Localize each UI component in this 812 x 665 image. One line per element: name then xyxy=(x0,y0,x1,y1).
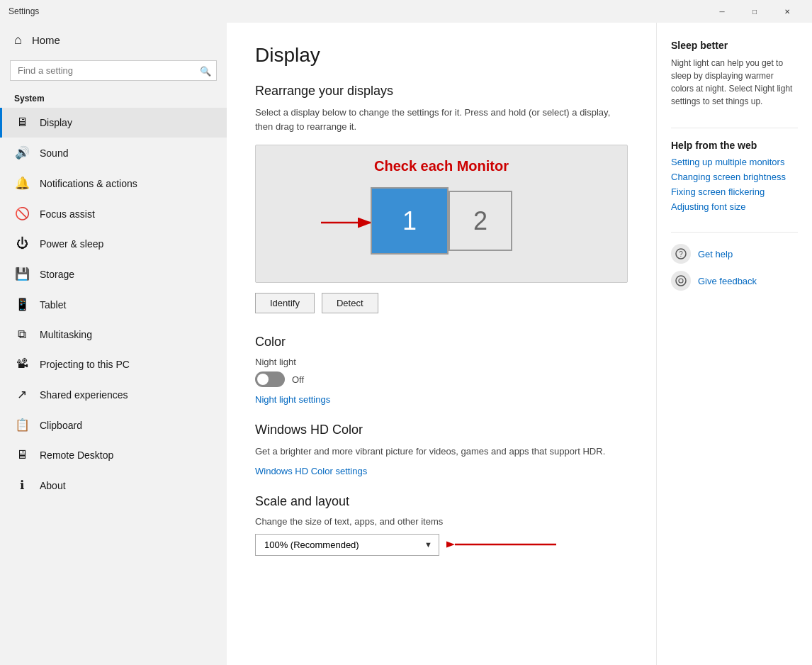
svg-point-6 xyxy=(676,276,686,286)
scale-dropdown-wrapper: 100% (Recommended) 125% 150% 175% ▼ xyxy=(255,534,439,556)
maximize-button[interactable]: □ xyxy=(738,0,771,23)
hd-color-settings-link[interactable]: Windows HD Color settings xyxy=(255,466,367,476)
sleep-better-section: Sleep better Night light can help you ge… xyxy=(671,40,798,108)
night-light-settings-link-container: Night light settings xyxy=(255,393,628,406)
scale-desc: Change the size of text, apps, and other… xyxy=(255,516,628,527)
titlebar: Settings ─ □ ✕ xyxy=(0,0,812,23)
monitor-1[interactable]: 1 xyxy=(371,187,449,255)
give-feedback-link[interactable]: Give feedback xyxy=(698,276,757,286)
multitasking-icon: ⧉ xyxy=(14,328,30,342)
tablet-icon: 📱 xyxy=(14,297,30,312)
sidebar-item-sound[interactable]: 🔊 Sound xyxy=(0,138,227,168)
color-title: Color xyxy=(255,335,628,350)
power-icon: ⏻ xyxy=(14,237,30,251)
page-title: Display xyxy=(255,44,628,67)
get-help-link[interactable]: Get help xyxy=(698,249,733,259)
sidebar-item-sound-label: Sound xyxy=(40,147,68,159)
night-light-settings-link[interactable]: Night light settings xyxy=(255,394,330,405)
sidebar-item-power[interactable]: ⏻ Power & sleep xyxy=(0,229,227,259)
notifications-icon: 🔔 xyxy=(14,176,30,191)
identify-button[interactable]: Identify xyxy=(255,293,315,313)
sidebar-item-clipboard[interactable]: 📋 Clipboard xyxy=(0,410,227,440)
rearrange-section: Rearrange your displays Select a display… xyxy=(255,84,628,313)
night-light-label: Night light xyxy=(255,357,296,367)
svg-point-7 xyxy=(679,279,683,283)
scale-dropdown-row: 100% (Recommended) 125% 150% 175% ▼ xyxy=(255,534,628,556)
night-light-row: Night light xyxy=(255,357,628,367)
sidebar-item-multitasking[interactable]: ⧉ Multitasking xyxy=(0,320,227,350)
hd-color-title: Windows HD Color xyxy=(255,423,628,437)
hd-color-desc: Get a brighter and more vibrant picture … xyxy=(255,445,628,459)
sidebar-item-projecting[interactable]: 📽 Projecting to this PC xyxy=(0,350,227,379)
get-help-icon: ? xyxy=(671,244,691,264)
arrow-to-monitor1 xyxy=(321,212,378,233)
sleep-title: Sleep better xyxy=(671,40,798,51)
sidebar-item-notifications[interactable]: 🔔 Notifications & actions xyxy=(0,168,227,199)
sidebar-item-home[interactable]: ⌂ Home xyxy=(0,23,227,57)
sound-icon: 🔊 xyxy=(14,145,30,160)
rearrange-desc: Select a display below to change the set… xyxy=(255,106,628,133)
monitor-2[interactable]: 2 xyxy=(449,191,512,251)
get-help-item[interactable]: ? Get help xyxy=(671,244,798,264)
rearrange-title: Rearrange your displays xyxy=(255,84,628,99)
app-container: ⌂ Home 🔍 System 🖥 Display 🔊 Sound 🔔 Noti… xyxy=(0,23,812,665)
detect-button[interactable]: Detect xyxy=(322,293,378,313)
sidebar-item-focus-label: Focus assist xyxy=(40,208,95,220)
close-button[interactable]: ✕ xyxy=(771,0,803,23)
sidebar-item-focus[interactable]: 🚫 Focus assist xyxy=(0,199,227,229)
help-title: Help from the web xyxy=(671,140,798,151)
storage-icon: 💾 xyxy=(14,267,30,281)
help-link-3[interactable]: Adjusting font size xyxy=(671,201,798,212)
sidebar-item-storage-label: Storage xyxy=(40,269,74,280)
sidebar-item-power-label: Power & sleep xyxy=(40,238,103,250)
svg-text:?: ? xyxy=(679,250,683,258)
minimize-button[interactable]: ─ xyxy=(706,0,738,23)
sidebar-item-about-label: About xyxy=(40,480,66,491)
home-icon: ⌂ xyxy=(14,33,22,48)
monitor-area: Check each Monitor 1 xyxy=(255,145,628,283)
night-light-toggle[interactable] xyxy=(255,371,285,387)
search-icon: 🔍 xyxy=(200,65,211,76)
sidebar: ⌂ Home 🔍 System 🖥 Display 🔊 Sound 🔔 Noti… xyxy=(0,23,227,665)
hd-color-section: Windows HD Color Get a brighter and more… xyxy=(255,423,628,477)
color-section: Color Night light Off Night light settin… xyxy=(255,335,628,406)
sidebar-home-label: Home xyxy=(32,34,60,46)
sidebar-item-display[interactable]: 🖥 Display xyxy=(0,108,227,138)
sleep-desc: Night light can help you get to sleep by… xyxy=(671,57,798,108)
night-light-toggle-row: Off xyxy=(255,371,628,387)
about-icon: ℹ xyxy=(14,478,30,493)
divider-2 xyxy=(671,232,798,233)
give-feedback-icon xyxy=(671,271,691,291)
sidebar-item-storage[interactable]: 💾 Storage xyxy=(0,259,227,289)
display-icon: 🖥 xyxy=(14,116,30,130)
sidebar-item-remote[interactable]: 🖥 Remote Desktop xyxy=(0,440,227,470)
sidebar-item-shared[interactable]: ↗ Shared experiences xyxy=(0,379,227,410)
help-link-0[interactable]: Setting up multiple monitors xyxy=(671,157,798,167)
remote-icon: 🖥 xyxy=(14,448,30,462)
focus-icon: 🚫 xyxy=(14,206,30,221)
sidebar-item-clipboard-label: Clipboard xyxy=(40,420,82,431)
give-feedback-item[interactable]: Give feedback xyxy=(671,271,798,291)
search-input[interactable] xyxy=(10,60,217,81)
help-link-2[interactable]: Fixing screen flickering xyxy=(671,186,798,197)
sidebar-item-projecting-label: Projecting to this PC xyxy=(40,359,130,370)
monitor-buttons: Identify Detect xyxy=(255,293,628,313)
sidebar-item-about[interactable]: ℹ About xyxy=(0,470,227,501)
sidebar-item-notifications-label: Notifications & actions xyxy=(40,178,137,189)
sidebar-item-multitasking-label: Multitasking xyxy=(40,329,92,340)
sidebar-item-tablet-label: Tablet xyxy=(40,299,66,311)
help-link-1[interactable]: Changing screen brightness xyxy=(671,172,798,182)
night-light-state: Off xyxy=(292,374,304,385)
scale-dropdown[interactable]: 100% (Recommended) 125% 150% 175% xyxy=(255,534,439,556)
main-content: Display Rearrange your displays Select a… xyxy=(227,23,656,665)
right-panel: Sleep better Night light can help you ge… xyxy=(656,23,812,665)
monitor-annotation: Check each Monitor xyxy=(374,158,509,174)
sidebar-item-shared-label: Shared experiences xyxy=(40,389,128,401)
sidebar-item-tablet[interactable]: 📱 Tablet xyxy=(0,289,227,320)
monitor-group: 1 2 xyxy=(371,187,512,255)
help-from-web-section: Help from the web Setting up multiple mo… xyxy=(671,140,798,212)
sidebar-search-container: 🔍 xyxy=(10,60,217,81)
scale-section: Scale and layout Change the size of text… xyxy=(255,494,628,556)
divider-1 xyxy=(671,128,798,128)
app-title: Settings xyxy=(9,6,39,16)
